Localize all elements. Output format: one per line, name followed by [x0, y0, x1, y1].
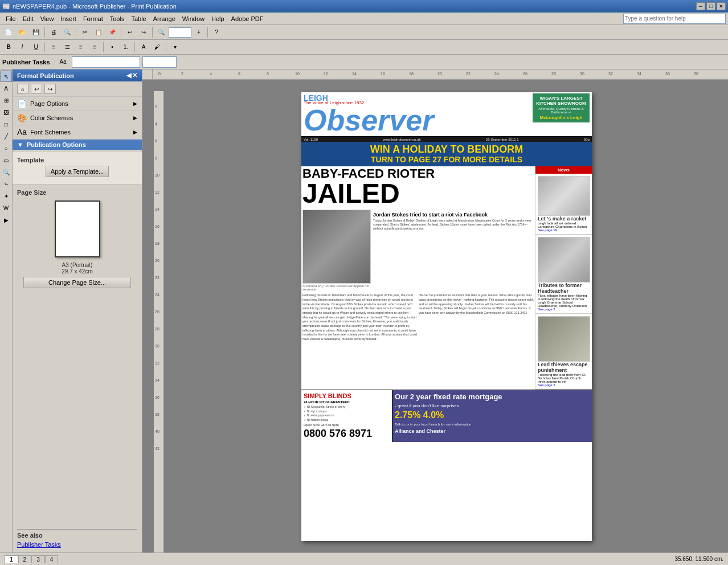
text-tool[interactable]: A: [1, 83, 12, 94]
publication-options-header[interactable]: ▼ Publication Options: [13, 140, 142, 150]
copy-btn[interactable]: 📋: [92, 27, 105, 38]
shape-tool[interactable]: □: [1, 118, 12, 130]
zoom-out-btn[interactable]: 🔍: [155, 27, 167, 38]
page-tab-1[interactable]: 1: [5, 555, 18, 563]
menu-adobe[interactable]: Adobe PDF: [228, 14, 267, 23]
canvas-area[interactable]: 0 2 4 6 8 10 12 14 16 18 20 22 24 26 28 …: [142, 69, 728, 552]
bullets-btn[interactable]: •: [106, 42, 118, 53]
svg-text:20: 20: [437, 72, 442, 76]
underline-btn[interactable]: U: [30, 42, 42, 53]
maximize-button[interactable]: □: [706, 2, 715, 10]
more-btn[interactable]: ▾: [169, 42, 181, 53]
fill-btn[interactable]: 🖌: [151, 42, 163, 53]
np-ad-mortgage: Our 2 year fixed rate mortgage - great i…: [392, 390, 592, 442]
italic-btn[interactable]: I: [16, 42, 28, 53]
svg-text:18: 18: [155, 241, 159, 245]
save-btn[interactable]: 💾: [30, 27, 42, 38]
font-color-btn[interactable]: A: [137, 42, 150, 53]
page-tab-3[interactable]: 3: [31, 555, 45, 563]
oval-tool[interactable]: ○: [1, 142, 12, 154]
table-tool[interactable]: ⊞: [1, 95, 12, 106]
help-btn[interactable]: ?: [210, 27, 223, 38]
align-left-btn[interactable]: ≡: [47, 42, 60, 53]
np-main-photo: [302, 210, 371, 284]
panel-header: Format Publication ◀ ✕: [13, 69, 142, 81]
cut-btn[interactable]: ✂: [79, 27, 91, 38]
panel-close-btn[interactable]: ✕: [132, 72, 137, 79]
print-btn[interactable]: 🖨: [47, 27, 60, 38]
newspaper-page: LEIGH The voice of Leigh since 1932 Obse…: [301, 92, 592, 541]
menu-edit[interactable]: Edit: [19, 14, 37, 23]
np-story1-headline: Let 's make a racket: [538, 216, 590, 222]
connect-tool[interactable]: ⤷: [1, 178, 12, 190]
picture-tool[interactable]: 🖼: [1, 107, 12, 118]
np-banner-line2: TURN TO PAGE 27 FOR MORE DETAILS: [304, 155, 590, 164]
custom-shape-tool[interactable]: ✦: [1, 190, 12, 202]
menu-help[interactable]: Help: [208, 14, 228, 23]
minimize-button[interactable]: ─: [696, 2, 705, 10]
bold-btn[interactable]: B: [2, 42, 15, 53]
menu-table[interactable]: Table: [128, 14, 149, 23]
svg-text:32: 32: [155, 361, 159, 365]
align-center-btn[interactable]: ☰: [61, 42, 73, 53]
sep1: [44, 27, 45, 38]
panel-nav-back[interactable]: ◀: [126, 72, 131, 79]
menu-format[interactable]: Format: [80, 14, 107, 23]
np-vol: Vol. 1100: [304, 138, 318, 141]
undo-btn[interactable]: ↩: [124, 27, 136, 38]
np-ad1-hours: Open Now 9am to 9pm: [304, 423, 390, 427]
zoom-tool[interactable]: 🔍: [1, 166, 12, 178]
menu-window[interactable]: Window: [179, 14, 208, 23]
panel-header-btns[interactable]: ◀ ✕: [126, 72, 137, 79]
new-btn[interactable]: 📄: [2, 27, 15, 38]
help-search-input[interactable]: [623, 14, 726, 24]
font-schemes-icon: Aa: [17, 128, 27, 137]
align-right-btn[interactable]: ≡: [75, 42, 87, 53]
page-tab-2[interactable]: 2: [18, 555, 32, 563]
change-page-size-btn[interactable]: Change Page Size...: [23, 277, 132, 288]
svg-text:28: 28: [155, 327, 159, 331]
menu-view[interactable]: View: [37, 14, 58, 23]
redo-btn[interactable]: ↪: [137, 27, 150, 38]
numbering-btn[interactable]: 1.: [120, 42, 132, 53]
color-schemes-item[interactable]: 🎨 Color Schemes ▶: [13, 111, 142, 125]
paste-btn[interactable]: 📌: [106, 27, 118, 38]
np-body-columns: Following his riots in Tottenham and Man…: [302, 293, 534, 342]
panel-forward-btn[interactable]: ↪: [44, 84, 56, 94]
np-ad1-brand: SIMPLY BLINDS: [304, 392, 390, 399]
svg-text:20: 20: [155, 259, 159, 263]
tasks-icon1[interactable]: Aa: [57, 56, 69, 68]
preview-btn[interactable]: 🔍: [61, 27, 73, 38]
see-also-section: See also Publisher Tasks: [13, 525, 142, 552]
panel-home-btn[interactable]: ⌂: [17, 84, 28, 94]
np-story2-see: See page 2: [538, 308, 590, 311]
more-tools[interactable]: ▶: [1, 214, 12, 226]
menu-insert[interactable]: Insert: [57, 14, 80, 23]
font-size-dropdown[interactable]: [142, 56, 177, 68]
page-options-item[interactable]: 📄 Page Options ▶: [13, 97, 142, 111]
rect-tool[interactable]: ▭: [1, 154, 12, 166]
font-family-dropdown[interactable]: [72, 56, 140, 68]
main-toolbar: 📄 📂 💾 🖨 🔍 ✂ 📋 📌 ↩ ↪ 🔍 48% + ?: [0, 25, 728, 40]
zoom-in-btn[interactable]: +: [193, 27, 205, 38]
menu-file[interactable]: File: [2, 14, 19, 23]
title-icon: 📰: [2, 3, 10, 10]
publisher-tasks-link[interactable]: Publisher Tasks: [17, 541, 61, 548]
open-btn[interactable]: 📂: [16, 27, 28, 38]
document-canvas: 2 4 6 8 10 12 14 16 18 20 22 24 26 28 30…: [154, 81, 728, 552]
apply-template-btn[interactable]: Apply a Template...: [46, 166, 109, 177]
svg-text:4: 4: [155, 122, 157, 126]
font-schemes-item[interactable]: Aa Font Schemes ▶: [13, 125, 142, 140]
line-tool[interactable]: ╱: [1, 130, 12, 142]
pointer-tool[interactable]: ↖: [1, 71, 12, 82]
wordart-tool[interactable]: W: [1, 202, 12, 214]
title-bar-controls[interactable]: ─ □ ✕: [696, 2, 726, 10]
publication-options-icon: ▼: [17, 141, 23, 148]
menu-tools[interactable]: Tools: [107, 14, 128, 23]
panel-back-btn[interactable]: ↩: [31, 84, 42, 94]
menu-arrange[interactable]: Arrange: [150, 14, 179, 23]
zoom-input[interactable]: 48%: [169, 27, 191, 38]
page-tab-4[interactable]: 4: [45, 555, 59, 563]
close-button[interactable]: ✕: [717, 2, 726, 10]
justify-btn[interactable]: ≡: [88, 42, 101, 53]
